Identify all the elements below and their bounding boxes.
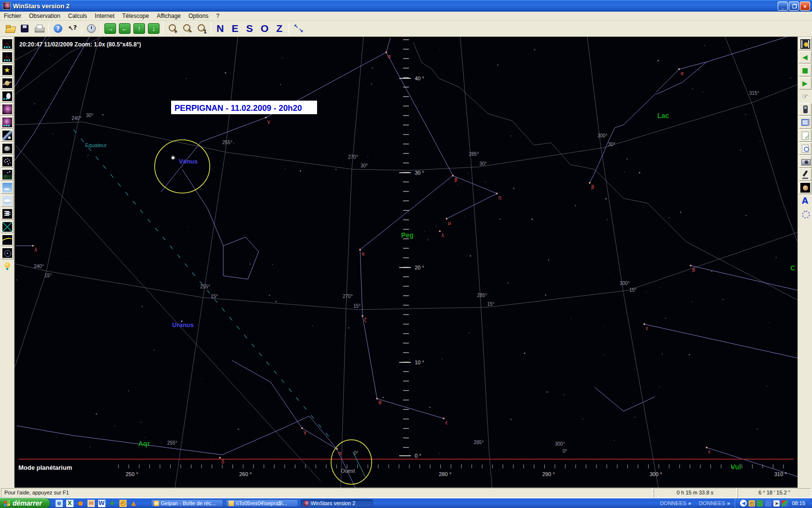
document-search-button[interactable]: [799, 142, 812, 155]
clock-button[interactable]: [84, 22, 99, 35]
arrow-right-button[interactable]: →: [103, 22, 117, 35]
taskbar-task-winstars[interactable]: WinStars version 2: [301, 499, 373, 507]
nebulae-2-button[interactable]: [1, 116, 14, 129]
menu-item-calculs[interactable]: Calculs: [64, 12, 91, 20]
background-star: [395, 213, 395, 213]
menu-bar: FichierObservationCalculsInternetTélesco…: [0, 12, 812, 21]
arrow-up-button[interactable]: ↑: [132, 22, 146, 35]
green-agent-tray-icon[interactable]: [757, 500, 763, 507]
film-button[interactable]: [799, 38, 812, 50]
background-star: [659, 386, 660, 388]
background-star: [160, 333, 160, 333]
taskbar-task-clock-app[interactable]: Geipan - Boîte de réc...: [151, 499, 223, 507]
menu-item-options[interactable]: Options: [185, 12, 212, 20]
ecliptic-button[interactable]: [1, 234, 14, 246]
mail-app-quicklaunch-button[interactable]: ✉: [87, 500, 95, 507]
context-help-button[interactable]: [65, 22, 80, 35]
telescope-button[interactable]: [799, 168, 812, 181]
satellites-button[interactable]: [1, 90, 14, 103]
star-clusters-button[interactable]: [1, 155, 14, 168]
landscape-button[interactable]: [1, 168, 14, 181]
task-label: Geipan - Boîte de réc...: [161, 500, 216, 506]
planets-button[interactable]: [1, 77, 14, 90]
hide-arrow-tray-icon[interactable]: ◀: [740, 500, 747, 507]
vlc-cone-quicklaunch-button[interactable]: ▲: [130, 500, 137, 507]
computer-button[interactable]: [799, 116, 812, 129]
hand-button[interactable]: ☞: [799, 90, 812, 103]
compass-s-button[interactable]: S: [243, 23, 257, 34]
menu-item-internet[interactable]: Internet: [91, 12, 118, 20]
tree-app-quicklaunch-button[interactable]: ♣: [109, 500, 116, 507]
daylight-button[interactable]: [1, 181, 14, 194]
word-quicklaunch-button[interactable]: W: [98, 500, 105, 507]
network-tray-icon[interactable]: [765, 500, 771, 507]
asteroids-button[interactable]: [1, 142, 14, 155]
atmosphere-icon: [2, 196, 12, 206]
planet-image-button[interactable]: [799, 181, 812, 194]
excel-quicklaunch-button[interactable]: X: [66, 500, 73, 507]
color-app-tray-icon[interactable]: [782, 500, 788, 507]
atmosphere-button[interactable]: [1, 194, 14, 207]
minimize-button[interactable]: _: [778, 1, 788, 11]
help-button[interactable]: [51, 22, 65, 35]
clock-tray-tray-icon[interactable]: ◴: [749, 500, 755, 507]
taskbar-task-folder[interactable]: \\To05res04\sepra$\...: [226, 499, 298, 507]
compass-n-button[interactable]: N: [213, 23, 228, 34]
open-folder-button[interactable]: [3, 22, 17, 35]
restore-button[interactable]: ❐: [789, 1, 799, 11]
background-star: [373, 213, 373, 214]
internet-explorer-quicklaunch-button[interactable]: e: [56, 500, 63, 507]
check-document-button[interactable]: [799, 129, 812, 142]
stars-button[interactable]: ★: [1, 64, 14, 76]
print-button[interactable]: [32, 22, 46, 35]
start-button[interactable]: démarrer: [0, 498, 50, 508]
compass-z-button[interactable]: Z: [273, 23, 287, 34]
toolbar-separator: [211, 23, 211, 34]
letter-A-button[interactable]: A: [799, 194, 812, 207]
zoom-out-button[interactable]: −: [180, 22, 194, 35]
star-map[interactable]: 40 °30 °20 °10 °0 °250 °260 °280 °290 °3…: [14, 37, 798, 488]
menu-item-tlescope[interactable]: Télescope: [118, 12, 153, 20]
nebulae-1-button[interactable]: [1, 103, 14, 116]
menu-item-?[interactable]: ?: [212, 12, 223, 20]
grid-degree-label: 15°: [211, 294, 218, 299]
close-button[interactable]: ×: [800, 1, 810, 11]
menu-item-affichage[interactable]: Affichage: [153, 12, 185, 20]
camera-button[interactable]: [799, 155, 812, 168]
arrow-left-button[interactable]: ←: [117, 22, 132, 35]
save-button[interactable]: [17, 22, 32, 35]
zoom-reset-button[interactable]: 1: [194, 22, 209, 35]
play-back-button[interactable]: ◀: [799, 51, 812, 63]
orbits-button[interactable]: [1, 247, 14, 259]
arrow-down-button[interactable]: ↓: [146, 22, 161, 35]
compass-o-button[interactable]: O: [257, 23, 273, 34]
device-button[interactable]: [799, 103, 812, 116]
bulb-button[interactable]: [1, 260, 14, 272]
ruler-button[interactable]: [1, 208, 14, 220]
star-greek-label: ε: [445, 420, 448, 425]
grid-button[interactable]: [1, 221, 14, 233]
background-star: [114, 425, 116, 427]
menu-item-fichier[interactable]: Fichier: [0, 12, 25, 20]
chevron-icon[interactable]: »: [688, 500, 691, 506]
check-document-icon: [800, 131, 810, 140]
tray-toolbar-donnees[interactable]: DONNEES»: [657, 500, 694, 506]
status-help-text: Pour l'aide, appuyez sur F1: [1, 488, 652, 498]
background-star: [607, 219, 608, 220]
clock-app-quicklaunch-button[interactable]: ◴: [119, 500, 127, 507]
compass-e-button[interactable]: E: [228, 23, 243, 34]
firefox-quicklaunch-button[interactable]: ●: [77, 500, 84, 507]
play-button[interactable]: ▶: [799, 77, 812, 90]
comets-button[interactable]: [1, 129, 14, 142]
tray-toolbar-donnees[interactable]: DONNEES»: [696, 500, 733, 506]
expand-button[interactable]: [291, 22, 305, 35]
zoom-reset-icon: 1: [196, 23, 207, 34]
chevron-icon[interactable]: »: [727, 500, 730, 506]
constellations-2-button[interactable]: △: [1, 51, 14, 63]
zoom-in-button[interactable]: +: [165, 22, 180, 35]
pointer-tray-icon[interactable]: ➤: [773, 500, 780, 507]
gear-button[interactable]: [799, 208, 812, 220]
stop-button[interactable]: ■: [799, 64, 812, 76]
constellations-1-button[interactable]: △: [1, 38, 14, 50]
menu-item-observation[interactable]: Observation: [25, 12, 64, 20]
